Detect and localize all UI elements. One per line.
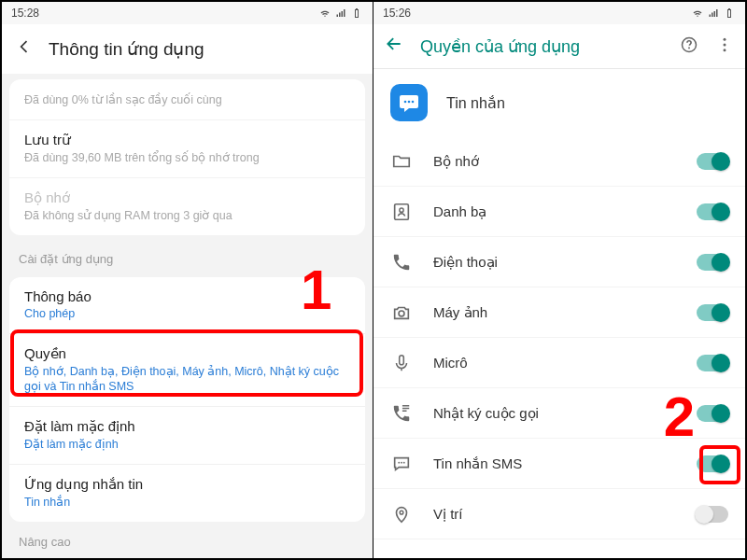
notifications-sub: Cho phép — [24, 306, 350, 322]
svg-point-9 — [399, 310, 404, 315]
permission-toggle-phone[interactable] — [697, 254, 728, 271]
signal-icon — [707, 7, 720, 19]
permission-row-location[interactable]: Vị trí — [374, 489, 745, 539]
status-bar: 15:28 — [2, 2, 373, 24]
svg-point-8 — [400, 208, 403, 212]
permissions-sub: Bộ nhớ, Danh bạ, Điện thoại, Máy ảnh, Mi… — [24, 364, 350, 396]
permission-label: Máy ảnh — [433, 304, 676, 321]
permission-label: Vị trí — [433, 506, 676, 523]
header: Thông tin ứng dụng — [2, 24, 373, 74]
contacts-icon — [390, 202, 413, 222]
more-icon[interactable] — [715, 35, 734, 58]
permission-label: Tin nhắn SMS — [433, 455, 676, 472]
status-time: 15:28 — [11, 7, 39, 20]
permission-toggle-contacts[interactable] — [697, 203, 728, 220]
permission-row-contacts[interactable]: Danh bạ — [374, 187, 745, 237]
phone-icon — [390, 252, 413, 273]
svg-point-5 — [408, 101, 411, 104]
wifi-icon — [318, 7, 331, 19]
notifications-row[interactable]: Thông báo Cho phép — [9, 277, 365, 334]
permission-label: Điện thoại — [433, 254, 676, 271]
battery-icon — [723, 7, 736, 19]
back-icon[interactable] — [15, 37, 34, 61]
permission-toggle-camera[interactable] — [697, 304, 728, 321]
messaging-app-row[interactable]: Ứng dụng nhắn tin Tin nhắn — [9, 465, 365, 522]
status-icons — [318, 7, 363, 19]
svg-point-14 — [400, 511, 403, 514]
back-icon[interactable] — [385, 35, 403, 58]
svg-point-12 — [401, 461, 402, 463]
default-sub: Đặt làm mặc định — [24, 437, 350, 453]
messaging-app-sub: Tin nhắn — [24, 495, 350, 511]
permission-row-sms[interactable]: Tin nhắn SMS — [374, 439, 745, 489]
permission-toggle-sms[interactable] — [697, 455, 728, 472]
permission-row-storage[interactable]: Bộ nhớ — [374, 136, 745, 187]
app-name: Tin nhắn — [446, 94, 505, 112]
battery-usage-row[interactable]: Đã dùng 0% từ lần sạc đầy cuối cùng — [9, 79, 365, 120]
storage-title: Lưu trữ — [24, 132, 350, 148]
calllog-icon — [390, 403, 413, 424]
permission-label: Bộ nhớ — [433, 153, 676, 170]
header: Quyền của ứng dụng — [374, 24, 745, 69]
svg-point-2 — [724, 43, 726, 46]
permission-label: Micrô — [433, 355, 676, 371]
signal-icon — [334, 7, 347, 19]
svg-point-1 — [724, 37, 726, 40]
messaging-app-title: Ứng dụng nhắn tin — [24, 476, 350, 493]
permission-row-calllog[interactable]: Nhật ký cuộc gọi — [374, 388, 745, 439]
page-title: Quyền của ứng dụng — [420, 36, 663, 57]
svg-point-13 — [403, 461, 405, 463]
camera-icon — [390, 302, 413, 323]
sms-icon — [390, 454, 413, 474]
location-icon — [390, 504, 413, 525]
default-title: Đặt làm mặc định — [24, 418, 350, 435]
default-row[interactable]: Đặt làm mặc định Đặt làm mặc định — [9, 407, 365, 465]
page-title: Thông tin ứng dụng — [49, 38, 204, 60]
battery-icon — [350, 7, 363, 19]
storage-sub: Đã dùng 39,60 MB trên tổng số bộ nhớ tro… — [24, 150, 350, 166]
status-icons — [691, 7, 736, 19]
app-icon — [390, 84, 428, 121]
svg-point-4 — [404, 101, 407, 104]
memory-title: Bộ nhớ — [24, 189, 350, 206]
memory-row[interactable]: Bộ nhớ Đã không sử dụng RAM trong 3 giờ … — [9, 178, 365, 235]
section-advanced: Nâng cao — [2, 527, 373, 554]
wifi-icon — [691, 7, 704, 19]
battery-usage-text: Đã dùng 0% từ lần sạc đầy cuối cùng — [24, 92, 350, 108]
svg-point-11 — [398, 461, 400, 463]
svg-point-6 — [412, 101, 415, 104]
mic-icon — [390, 353, 413, 373]
section-app-settings: Cài đặt ứng dụng — [2, 241, 373, 272]
permission-row-microphone[interactable]: Micrô — [374, 338, 745, 388]
permission-row-camera[interactable]: Máy ảnh — [374, 287, 745, 338]
permission-toggle-microphone[interactable] — [697, 355, 728, 371]
permission-label: Nhật ký cuộc gọi — [433, 405, 676, 422]
folder-icon — [390, 151, 413, 172]
status-bar: 15:26 — [374, 2, 745, 24]
permission-row-phone[interactable]: Điện thoại — [374, 237, 745, 287]
storage-row[interactable]: Lưu trữ Đã dùng 39,60 MB trên tổng số bộ… — [9, 120, 365, 178]
permissions-row[interactable]: Quyền Bộ nhớ, Danh bạ, Điện thoại, Máy ả… — [9, 334, 365, 408]
svg-rect-10 — [400, 355, 404, 364]
notifications-title: Thông báo — [24, 288, 350, 304]
permission-label: Danh bạ — [433, 203, 676, 220]
permission-toggle-storage[interactable] — [697, 153, 728, 170]
app-header-row: Tin nhắn — [374, 69, 745, 136]
svg-point-3 — [724, 49, 726, 51]
status-time: 15:26 — [383, 7, 411, 20]
help-icon[interactable] — [680, 35, 698, 58]
memory-sub: Đã không sử dụng RAM trong 3 giờ qua — [24, 208, 350, 224]
permission-toggle-calllog[interactable] — [697, 405, 728, 422]
permissions-title: Quyền — [24, 345, 350, 362]
permission-toggle-location[interactable] — [697, 506, 728, 523]
